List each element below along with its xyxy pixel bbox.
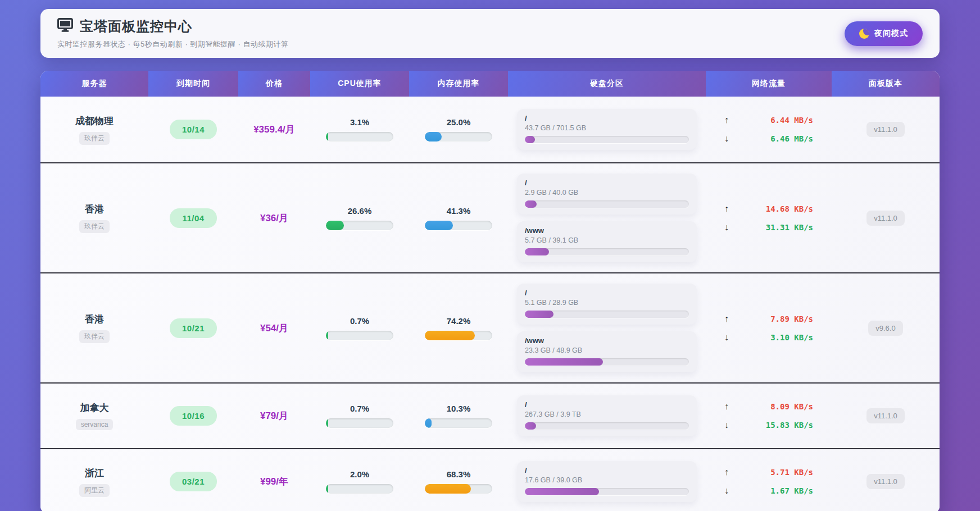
expiry-cell: 03/21 xyxy=(170,472,217,491)
disk-mount-point: /www xyxy=(525,336,689,345)
disk-cell: / 43.7 GB / 701.5 GB xyxy=(508,109,706,150)
disk-usage-text: 43.7 GB / 701.5 GB xyxy=(525,124,689,132)
memory-bar-track xyxy=(425,484,492,494)
memory-bar-track xyxy=(425,418,492,428)
upload-speed: 7.89 KB/s xyxy=(770,314,813,323)
cpu-percent-label: 26.6% xyxy=(348,206,372,216)
disk-mount-point: / xyxy=(525,466,689,474)
upload-arrow-icon: ↑ xyxy=(724,204,729,214)
expiry-badge: 10/21 xyxy=(170,318,217,338)
download-arrow-icon: ↓ xyxy=(724,134,729,144)
network-cell: ↑ 14.68 KB/s ↓ 31.31 KB/s xyxy=(724,204,813,232)
memory-percent-label: 68.3% xyxy=(447,469,471,479)
upload-speed: 8.09 KB/s xyxy=(770,402,813,411)
disk-cell: / 5.1 GB / 28.9 GB /www 23.3 GB / 48.9 G… xyxy=(508,284,706,372)
price-cell: ¥359.4/月 xyxy=(253,123,295,136)
disk-bar-track xyxy=(525,136,689,143)
upload-speed: 6.44 MB/s xyxy=(770,116,813,125)
disk-usage-text: 23.3 GB / 48.9 GB xyxy=(525,346,689,354)
server-cell: 香港 玖伴云 xyxy=(79,313,110,343)
disk-usage-text: 17.6 GB / 39.0 GB xyxy=(525,476,689,484)
memory-percent-label: 41.3% xyxy=(447,206,471,216)
disk-bar-fill xyxy=(525,200,537,208)
disk-bar-fill xyxy=(525,422,536,430)
column-header: CPU使用率 xyxy=(310,71,409,97)
upload-arrow-icon: ↑ xyxy=(724,115,729,125)
price-cell: ¥36/月 xyxy=(260,212,288,225)
memory-cell: 68.3% xyxy=(425,469,492,494)
memory-bar-fill xyxy=(425,331,475,340)
download-arrow-icon: ↓ xyxy=(724,420,729,430)
price-text: ¥99/年 xyxy=(260,475,288,488)
server-cell: 加拿大 servarica xyxy=(76,402,114,430)
version-cell: v9.6.0 xyxy=(868,321,902,336)
cpu-bar-fill xyxy=(326,132,328,142)
cpu-cell: 0.7% xyxy=(326,316,393,340)
disk-bar-fill xyxy=(525,136,535,143)
server-name: 浙江 xyxy=(85,467,104,480)
disk-usage-text: 267.3 GB / 3.9 TB xyxy=(525,410,689,418)
upload-line: ↑ 14.68 KB/s xyxy=(724,204,813,214)
disk-usage-text: 5.1 GB / 28.9 GB xyxy=(525,299,689,307)
price-text: ¥36/月 xyxy=(260,212,288,225)
download-speed: 1.67 KB/s xyxy=(770,486,813,495)
network-cell: ↑ 7.89 KB/s ↓ 3.10 KB/s xyxy=(724,314,813,343)
cpu-bar-fill xyxy=(326,331,328,340)
provider-tag: 玖伴云 xyxy=(79,330,110,343)
disk-mount-point: / xyxy=(525,289,689,297)
price-text: ¥359.4/月 xyxy=(253,123,295,136)
memory-bar-track xyxy=(425,221,492,230)
memory-cell: 10.3% xyxy=(425,404,492,428)
price-cell: ¥99/年 xyxy=(260,475,288,488)
disk-mount-point: / xyxy=(525,114,689,122)
memory-percent-label: 10.3% xyxy=(447,404,471,413)
expiry-badge: 10/14 xyxy=(170,120,217,139)
disk-bar-track xyxy=(525,358,689,366)
table-row: 香港 玖伴云 10/21 ¥54/月 0.7% 74.2% / 5.1 GB /… xyxy=(40,272,940,382)
table-row: 香港 玖伴云 11/04 ¥36/月 26.6% 41.3% / 2.9 GB … xyxy=(40,162,940,272)
memory-bar-fill xyxy=(425,484,471,494)
expiry-badge: 11/04 xyxy=(170,208,216,228)
version-cell: v11.1.0 xyxy=(866,408,905,423)
column-header: 服务器 xyxy=(40,71,148,97)
table-row: 浙江 阿里云 03/21 ¥99/年 2.0% 68.3% / 17.6 GB … xyxy=(40,448,940,511)
disk-partition-card: / 5.1 GB / 28.9 GB xyxy=(517,284,697,325)
disk-bar-fill xyxy=(525,248,549,256)
disk-bar-fill xyxy=(525,358,603,366)
cpu-percent-label: 3.1% xyxy=(350,117,369,127)
disk-mount-point: /www xyxy=(525,226,689,235)
page-title: 宝塔面板监控中心 xyxy=(80,17,192,35)
price-cell: ¥79/月 xyxy=(260,409,288,422)
server-cell: 成都物理 玖伴云 xyxy=(75,115,114,145)
cpu-percent-label: 0.7% xyxy=(350,316,369,326)
disk-partition-card: / 43.7 GB / 701.5 GB xyxy=(517,109,697,150)
disk-bar-track xyxy=(525,311,689,318)
server-name: 香港 xyxy=(85,313,104,326)
cpu-percent-label: 2.0% xyxy=(350,469,369,479)
download-speed: 6.46 MB/s xyxy=(770,134,813,143)
download-line: ↓ 15.83 KB/s xyxy=(724,420,813,430)
cpu-cell: 26.6% xyxy=(326,206,393,230)
download-line: ↓ 31.31 KB/s xyxy=(724,222,813,232)
disk-cell: / 2.9 GB / 40.0 GB /www 5.7 GB / 39.1 GB xyxy=(508,174,706,262)
upload-arrow-icon: ↑ xyxy=(724,467,729,477)
night-mode-button[interactable]: 夜间模式 xyxy=(845,21,923,46)
column-header: 面板版本 xyxy=(832,71,940,97)
cpu-bar-track xyxy=(326,132,393,142)
disk-cell: / 17.6 GB / 39.0 GB xyxy=(508,461,706,502)
server-name: 成都物理 xyxy=(75,115,114,127)
night-mode-label: 夜间模式 xyxy=(874,29,908,39)
cpu-bar-track xyxy=(326,331,393,340)
download-line: ↓ 6.46 MB/s xyxy=(724,134,813,144)
version-cell: v11.1.0 xyxy=(866,211,905,226)
provider-tag: 玖伴云 xyxy=(79,132,110,145)
memory-bar-track xyxy=(425,331,492,340)
disk-partition-card: / 267.3 GB / 3.9 TB xyxy=(517,395,697,436)
cpu-cell: 0.7% xyxy=(326,404,393,428)
disk-partition-card: /www 23.3 GB / 48.9 GB xyxy=(517,331,697,372)
download-speed: 31.31 KB/s xyxy=(766,223,813,232)
price-text: ¥54/月 xyxy=(260,322,288,335)
cpu-bar-track xyxy=(326,484,393,494)
server-cell: 浙江 阿里云 xyxy=(79,467,110,497)
memory-cell: 74.2% xyxy=(425,316,492,340)
